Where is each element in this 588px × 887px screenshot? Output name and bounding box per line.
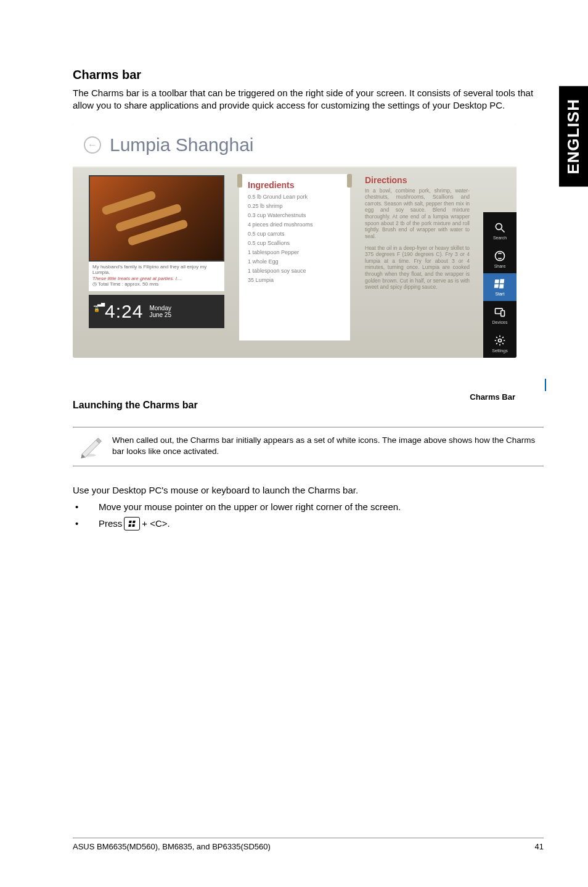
ingredients-column: Ingredients 0.5 lb Ground Lean pork0.25 … — [239, 174, 350, 340]
clock-day: Monday — [149, 305, 171, 311]
svg-line-1 — [502, 229, 505, 233]
svg-rect-6 — [499, 284, 504, 289]
directions-p1: In a bowl, combine pork, shrimp, water-c… — [365, 188, 470, 240]
bullet-press-text: Press — [99, 518, 122, 529]
photo-caption: My husband's family is Filipino and they… — [89, 262, 224, 291]
svg-rect-5 — [494, 284, 499, 288]
charm-start[interactable]: Start — [483, 273, 517, 302]
ingredient-item: 35 Lumpia — [248, 277, 341, 283]
caption-line1: My husband's family is Filipino and they… — [92, 264, 206, 276]
footer-page-number: 41 — [535, 842, 544, 851]
bullet-keyboard: Press + <C>. — [73, 517, 544, 530]
pencil-icon — [75, 434, 112, 460]
windows-key-icon — [124, 517, 140, 530]
lead-text: Use your Desktop PC's mouse or keyboard … — [73, 485, 544, 495]
directions-title: Directions — [365, 175, 513, 185]
svg-rect-3 — [495, 280, 499, 284]
devices-icon — [494, 306, 506, 318]
charm-search-label: Search — [493, 236, 507, 240]
callout-line — [545, 379, 546, 391]
section-intro: The Charms bar is a toolbar that can be … — [73, 87, 544, 112]
app-title: Lumpia Shanghai — [110, 134, 254, 155]
ingredient-item: 4 pieces dried mushrooms — [248, 221, 341, 228]
svg-point-9 — [499, 339, 502, 342]
recipe-photo — [89, 175, 224, 262]
ingredient-item: 0.3 cup Waterchestnuts — [248, 212, 341, 218]
footer-model: ASUS BM6635(MD560), BM6835, and BP6335(S… — [73, 842, 271, 851]
charm-settings[interactable]: Settings — [483, 329, 517, 358]
start-icon — [494, 278, 506, 290]
note-text: When called out, the Charms bar initiall… — [112, 434, 539, 457]
ingredient-item: 0.5 lb Ground Lean pork — [248, 194, 341, 200]
ingredients-title: Ingredients — [248, 180, 341, 190]
directions-p2: Heat the oil in a deep-fryer or heavy sk… — [365, 245, 470, 291]
page-footer: ASUS BM6635(MD560), BM6835, and BP6335(S… — [73, 838, 544, 851]
ingredient-item: 0.5 cup Scallions — [248, 240, 341, 246]
ingredient-item: 1 tablespoon Pepper — [248, 249, 341, 255]
svg-point-0 — [496, 224, 502, 230]
clock-strip: ▁▃▅🔒 4:24 Monday June 25 — [89, 295, 224, 328]
svg-rect-4 — [500, 279, 504, 284]
scroll-tab-right[interactable] — [347, 174, 352, 188]
scroll-tab-left[interactable] — [237, 174, 242, 188]
ingredient-item: 1 tablespoon soy sauce — [248, 268, 341, 274]
charms-bar-strip: Search Share Start Devices Settings — [483, 212, 517, 358]
bullet-mouse-text: Move your mouse pointer on the upper or … — [99, 501, 401, 512]
app-topbar: ← Lumpia Shanghai — [73, 123, 517, 168]
caption-line2: These little treats are great at parties… — [92, 276, 182, 281]
charms-bar-screenshot: ← Lumpia Shanghai My husband's family is… — [73, 123, 517, 358]
charm-share[interactable]: Share — [483, 245, 517, 273]
charm-devices-label: Devices — [492, 320, 508, 324]
settings-icon — [494, 334, 506, 347]
charm-search[interactable]: Search — [483, 217, 517, 245]
charm-start-label: Start — [496, 292, 505, 296]
ingredient-item: 0.5 cup carrots — [248, 231, 341, 237]
charm-devices[interactable]: Devices — [483, 301, 517, 329]
photo-column: My husband's family is Filipino and they… — [73, 168, 239, 358]
search-icon — [494, 221, 506, 234]
clock-time: 4:24 — [105, 301, 143, 322]
share-icon — [494, 250, 506, 262]
ingredient-item: 0.25 lb shrimp — [248, 203, 341, 209]
back-icon[interactable]: ← — [84, 136, 101, 154]
signal-icon: ▁▃▅🔒 — [94, 301, 105, 312]
charm-settings-label: Settings — [492, 349, 507, 353]
language-tab: ENGLISH — [559, 86, 588, 187]
caption-time: Total Time : approx. 50 mns — [98, 281, 158, 287]
note-box: When called out, the Charms bar initiall… — [73, 427, 544, 466]
clock-date: June 25 — [149, 311, 171, 318]
ingredient-item: 1 whole Egg — [248, 258, 341, 265]
charm-share-label: Share — [494, 264, 506, 268]
svg-rect-8 — [501, 311, 505, 316]
section-heading-charms-bar: Charms bar — [73, 68, 544, 82]
bullet-mouse: Move your mouse pointer on the upper or … — [73, 501, 544, 512]
callout-label: Charms Bar — [470, 392, 515, 402]
bullet-plus-c: + <C>. — [142, 518, 169, 529]
